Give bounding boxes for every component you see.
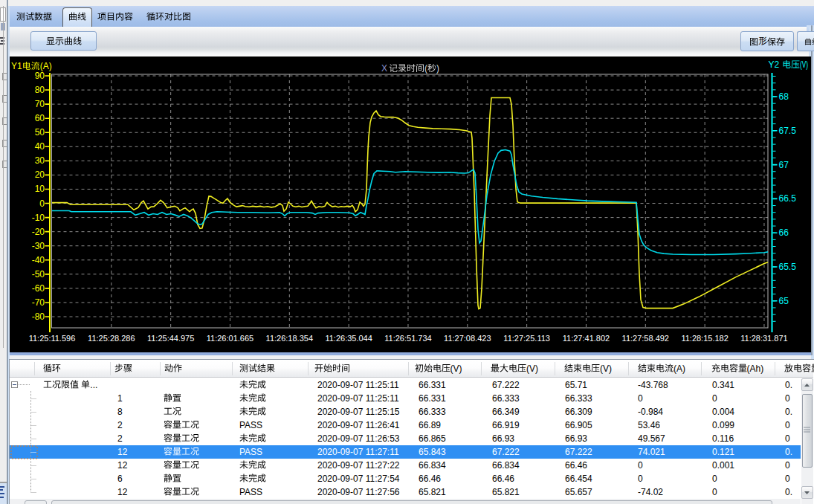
svg-text:66.5: 66.5 [779, 193, 797, 204]
svg-text:11:26:18.354: 11:26:18.354 [266, 334, 313, 343]
svg-text:(: ( [424, 63, 427, 74]
svg-text:66: 66 [779, 227, 789, 238]
svg-text:11:25:44.975: 11:25:44.975 [147, 334, 194, 343]
svg-text:11:28:31.871: 11:28:31.871 [740, 334, 787, 343]
svg-text:68: 68 [779, 91, 789, 102]
svg-text:11:26:35.044: 11:26:35.044 [325, 334, 372, 343]
svg-text:): ) [436, 63, 439, 74]
svg-text:11:27:08.423: 11:27:08.423 [444, 334, 491, 343]
svg-text:11:28:15.182: 11:28:15.182 [681, 334, 728, 343]
svg-text:65.5: 65.5 [779, 262, 797, 272]
svg-text:65: 65 [779, 296, 789, 306]
svg-text:11:26:01.665: 11:26:01.665 [207, 334, 253, 343]
svg-text:X: X [381, 63, 387, 74]
svg-text:67.5: 67.5 [779, 126, 797, 136]
svg-text:Y2: Y2 [769, 59, 780, 70]
svg-text:11:27:41.802: 11:27:41.802 [563, 334, 610, 343]
svg-text:11:27:58.492: 11:27:58.492 [622, 334, 669, 343]
svg-text:(V): (V) [800, 59, 808, 70]
svg-text:67: 67 [779, 160, 789, 170]
svg-text:11:27:25.113: 11:27:25.113 [503, 334, 550, 343]
svg-text:11:25:28.286: 11:25:28.286 [88, 334, 135, 343]
svg-text:11:26:51.734: 11:26:51.734 [384, 334, 431, 343]
